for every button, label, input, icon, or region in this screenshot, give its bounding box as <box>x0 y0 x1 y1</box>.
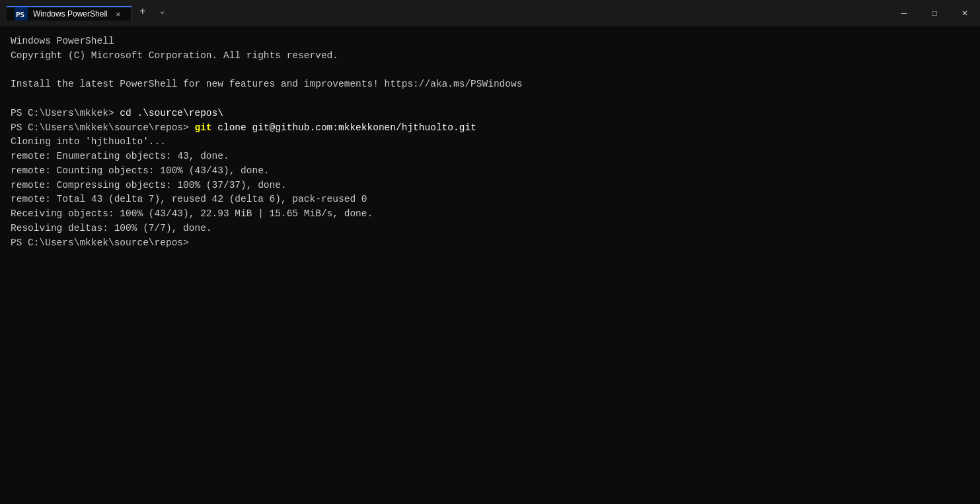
output-line-8: Cloning into 'hjthuolto'... <box>11 135 969 149</box>
output-line-7: PS C:\Users\mkkek\source\repos> git clon… <box>11 121 969 136</box>
output-line-12: remote: Total 43 (delta 7), reused 42 (d… <box>11 192 969 207</box>
terminal-output[interactable]: Windows PowerShell Copyright (C) Microso… <box>0 26 980 504</box>
output-line-6: PS C:\Users\mkkek> cd .\source\repos\ <box>11 106 969 121</box>
output-line-5 <box>11 92 969 106</box>
output-line-2: Copyright (C) Microsoft Corporation. All… <box>11 49 969 63</box>
svg-text:PS: PS <box>16 11 24 19</box>
output-line-15: PS C:\Users\mkkek\source\repos> <box>11 236 969 251</box>
output-line-1: Windows PowerShell <box>11 34 969 49</box>
output-line-14: Resolving deltas: 100% (7/7), done. <box>11 222 969 236</box>
powershell-icon: PS <box>15 7 28 21</box>
active-tab[interactable]: PS Windows PowerShell ✕ <box>7 6 132 21</box>
titlebar: PS Windows PowerShell ✕ + ⌄ ─ □ ✕ <box>0 0 980 26</box>
prompt-6: PS C:\Users\mkkek> <box>11 108 120 118</box>
tab-dropdown-button[interactable]: ⌄ <box>153 6 172 16</box>
new-tab-button[interactable]: + <box>132 6 153 18</box>
prompt-7: PS C:\Users\mkkek\source\repos> <box>11 122 194 133</box>
cmd-6: cd .\source\repos\ <box>120 108 223 118</box>
output-line-4: Install the latest PowerShell for new fe… <box>11 77 969 92</box>
cmd-7-rest: clone git@github.com:mkkekkonen/hjthuolt… <box>212 122 476 133</box>
tab-area: PS Windows PowerShell ✕ + ⌄ <box>7 6 172 21</box>
tab-title: Windows PowerShell <box>33 9 108 19</box>
output-line-9: remote: Enumerating objects: 43, done. <box>11 149 969 164</box>
close-window-button[interactable]: ✕ <box>950 0 980 26</box>
output-line-11: remote: Compressing objects: 100% (37/37… <box>11 179 969 193</box>
output-line-10: remote: Counting objects: 100% (43/43), … <box>11 164 969 179</box>
output-line-13: Receiving objects: 100% (43/43), 22.93 M… <box>11 207 969 222</box>
output-line-3 <box>11 63 969 78</box>
git-keyword: git <box>194 122 211 133</box>
titlebar-left: PS Windows PowerShell ✕ + ⌄ <box>7 6 889 21</box>
powershell-window: PS Windows PowerShell ✕ + ⌄ ─ □ ✕ Window… <box>0 0 980 504</box>
tab-close-button[interactable]: ✕ <box>113 9 124 19</box>
window-controls: ─ □ ✕ <box>889 0 980 26</box>
maximize-button[interactable]: □ <box>919 0 950 26</box>
minimize-button[interactable]: ─ <box>889 0 919 26</box>
